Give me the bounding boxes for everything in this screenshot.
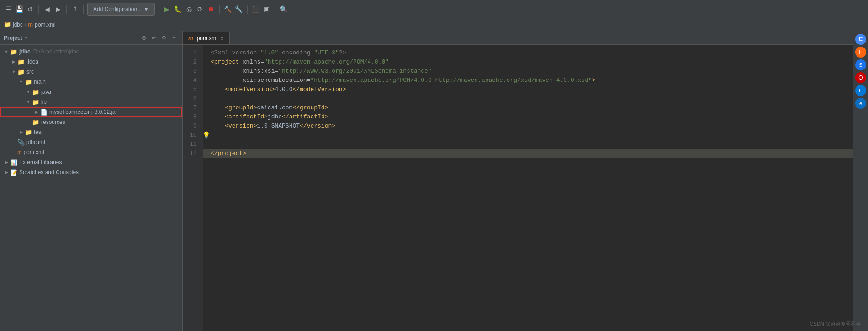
tree-java[interactable]: ▼ 📁 java	[0, 87, 182, 97]
stop-icon[interactable]: ⏹	[206, 5, 216, 14]
browser-icons-panel: C F S O E e	[853, 31, 868, 331]
tree-external-libs[interactable]: ▶ 📊 External Libraries	[0, 157, 182, 167]
line3-indent	[211, 67, 243, 76]
breadcrumb-project[interactable]: 📁 jdbc	[4, 21, 23, 28]
run-icon[interactable]: ▶	[163, 5, 172, 14]
test-label: test	[34, 129, 42, 135]
tree-iml[interactable]: 📎 jdbc.iml	[0, 137, 182, 147]
toolbar: ☰ 💾 ↺ ◀ ▶ ⤴ Add Configuration... ▼ ▶ 🐛 ◎…	[0, 0, 868, 18]
tree-main[interactable]: ▼ 📁 main	[0, 77, 182, 87]
xmlns-xsi-attr: xmlns:xsi=	[243, 67, 278, 76]
artifactid-val: jdbc	[268, 112, 282, 122]
code-line-7: <groupId>caicai.com</groupId>	[203, 103, 853, 112]
back-icon[interactable]: ◀	[42, 5, 52, 14]
jar-arrow: ▶	[34, 109, 39, 115]
code-editor[interactable]: 1 2 3 4 5 6 7 8 9 10 11 12 <?xml version…	[183, 45, 853, 331]
test-arrow: ▶	[18, 129, 24, 135]
line5-indent	[211, 85, 225, 94]
line-numbers: 1 2 3 4 5 6 7 8 9 10 11 12	[183, 45, 203, 331]
add-new-icon[interactable]: ⊕	[139, 33, 148, 43]
vcs-icon[interactable]: ⬛	[251, 5, 260, 14]
navigate-icon[interactable]: ⤴	[70, 5, 79, 14]
tree-test[interactable]: ▶ 📁 test	[0, 127, 182, 137]
scratches-arrow: ▶	[4, 170, 9, 175]
java-label: java	[41, 89, 51, 95]
add-config-label: Add Configuration...	[93, 6, 142, 12]
main-label: main	[34, 79, 46, 85]
resources-arrow	[26, 119, 31, 125]
sync-icon[interactable]: ↺	[26, 5, 35, 14]
line-num-12: 12	[183, 149, 199, 158]
add-config-button[interactable]: Add Configuration... ▼	[87, 3, 155, 16]
tab-pom[interactable]: m pom.xml ✕	[183, 32, 230, 44]
line-num-9: 9	[183, 122, 199, 131]
version-val: 1.0-SNAPSHOT	[257, 122, 300, 131]
edge-icon[interactable]: E	[855, 85, 866, 96]
model-ver-close: </modelVersion>	[292, 85, 346, 94]
java-arrow: ▼	[26, 89, 31, 95]
lib-folder-icon: 📁	[32, 99, 39, 106]
separator-2	[66, 5, 67, 14]
code-line-5: <modelVersion>4.0.0</modelVersion>	[203, 85, 853, 94]
tree-scratches[interactable]: ▶ 📝 Scratches and Consoles	[0, 167, 182, 177]
line-num-3: 3	[183, 67, 199, 76]
tab-close-icon[interactable]: ✕	[220, 36, 224, 41]
sidebar: Project ▼ ⊕ ⇤ ⚙ − ▼ 📁 jdbc D:\Graduation…	[0, 31, 183, 331]
chrome-icon[interactable]: C	[855, 34, 866, 45]
src-label: src	[26, 69, 34, 75]
sdk-icon[interactable]: 🔧	[234, 5, 243, 14]
project-dropdown-label[interactable]: Project	[4, 35, 22, 41]
safari-icon[interactable]: S	[855, 59, 866, 70]
xmlns-xsi-val: "http://www.w3.org/2001/XMLSchema-instan…	[278, 67, 431, 76]
code-line-6	[203, 94, 853, 103]
breadcrumb-file-name: pom.xml	[35, 21, 55, 28]
settings-icon[interactable]: ⚙	[159, 33, 169, 43]
tree-src[interactable]: ▼ 📁 src	[0, 67, 182, 77]
artifactid-close: </artifactId>	[282, 112, 328, 122]
opera-icon[interactable]: O	[855, 72, 866, 83]
forward-icon[interactable]: ▶	[53, 5, 63, 14]
groupid-open: <groupId>	[225, 103, 257, 112]
ie-icon[interactable]: e	[855, 98, 866, 109]
firefox-icon[interactable]: F	[855, 47, 866, 58]
sidebar-header: Project ▼ ⊕ ⇤ ⚙ −	[0, 31, 182, 45]
tree-lib[interactable]: ▼ 📁 lib	[0, 97, 182, 107]
sidebar-dropdown-arrow[interactable]: ▼	[24, 36, 28, 40]
profile-icon[interactable]: ⟳	[196, 5, 205, 14]
xmlns-val: "http://maven.apache.org/POM/4.0.0"	[264, 58, 389, 67]
close-sidebar-icon[interactable]: −	[169, 33, 179, 43]
search-icon[interactable]: 🔍	[279, 5, 288, 14]
lib-label: lib	[41, 99, 47, 105]
xml-decl: <?xml version="1.0" encoding="UTF-8"?>	[211, 48, 346, 58]
save-icon[interactable]: 💾	[15, 5, 24, 14]
separator-3	[83, 5, 84, 14]
separator-7	[275, 5, 275, 14]
watermark: CSDN @菜菜今天不菜	[810, 320, 861, 327]
main-folder-icon: 📁	[25, 79, 32, 85]
line-num-5: 5	[183, 85, 199, 94]
coverage-icon[interactable]: ◎	[185, 5, 194, 14]
pom-icon: m	[17, 149, 21, 156]
project-tree: ▼ 📁 jdbc D:\Graduation\jdbc ▶ 📁 .idea ▼ …	[0, 45, 182, 331]
menu-icon[interactable]: ☰	[4, 5, 13, 14]
line-num-6: 6	[183, 94, 199, 103]
tree-jar[interactable]: ▶ 📄 mysql-connector-j-8.0.32.jar	[0, 107, 182, 117]
tree-idea[interactable]: ▶ 📁 .idea	[0, 57, 182, 67]
tree-resources[interactable]: 📁 resources	[0, 117, 182, 127]
code-content[interactable]: <?xml version="1.0" encoding="UTF-8"?> <…	[203, 45, 853, 331]
root-expand-arrow: ▼	[4, 49, 9, 54]
src-arrow: ▼	[11, 69, 16, 75]
version-open: <version>	[225, 122, 257, 131]
line9-indent	[211, 122, 225, 131]
tree-pom[interactable]: m pom.xml	[0, 147, 182, 157]
src-folder-icon: 📁	[17, 69, 25, 75]
debug-icon[interactable]: 🐛	[174, 5, 183, 14]
code-line-9: <version>1.0-SNAPSHOT</version>	[203, 122, 853, 131]
breadcrumb-file[interactable]: m pom.xml	[28, 21, 55, 28]
jar-label: mysql-connector-j-8.0.32.jar	[49, 109, 117, 115]
collapse-all-icon[interactable]: ⇤	[149, 33, 159, 43]
project-end-tag: </project>	[211, 149, 246, 158]
tree-root[interactable]: ▼ 📁 jdbc D:\Graduation\jdbc	[0, 47, 182, 57]
diff-icon[interactable]: ▣	[262, 5, 271, 14]
build-icon[interactable]: 🔨	[223, 5, 233, 14]
